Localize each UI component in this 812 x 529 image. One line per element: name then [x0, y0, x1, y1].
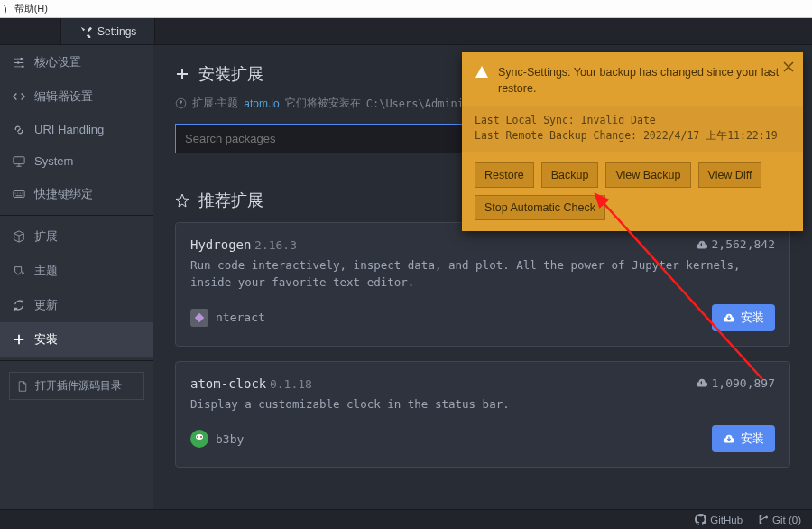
- avatar: [190, 309, 208, 327]
- svg-point-9: [200, 436, 202, 438]
- settings-sidebar: 核心设置 编辑器设置 URI Handling System 快捷键绑定 扩展 …: [0, 45, 153, 509]
- menu-item[interactable]: ): [4, 4, 7, 14]
- tab-bar: Settings: [0, 18, 812, 45]
- link-icon: [13, 124, 25, 136]
- cloud-download-icon: [723, 432, 735, 445]
- sidebar-label: 编辑器设置: [34, 88, 93, 105]
- sidebar-item-core[interactable]: 核心设置: [0, 45, 153, 79]
- install-button[interactable]: 安装: [712, 304, 775, 331]
- sidebar-item-keybindings[interactable]: 快捷键绑定: [0, 177, 153, 211]
- open-config-folder-button[interactable]: 打开插件源码目录: [9, 372, 144, 400]
- question-icon: [175, 97, 187, 109]
- tab-settings[interactable]: Settings: [61, 18, 155, 44]
- sidebar-item-updates[interactable]: 更新: [0, 288, 153, 322]
- notification-sync-settings: Sync-Settings: Your backup has changed s…: [462, 52, 803, 231]
- svg-point-1: [17, 61, 20, 64]
- github-status[interactable]: GitHub: [695, 514, 743, 525]
- svg-marker-6: [195, 312, 205, 322]
- sidebar-label: 安装: [34, 331, 58, 348]
- svg-rect-3: [14, 156, 24, 163]
- sliders-icon: [13, 56, 25, 69]
- install-button[interactable]: 安装: [712, 425, 775, 452]
- notification-meta: Last Local Sync: Invalid Date Last Remot…: [462, 106, 803, 152]
- section-title: 推荐扩展: [198, 190, 263, 211]
- code-icon: [13, 90, 25, 103]
- git-branch-icon: [757, 514, 769, 525]
- menu-bar: ) 帮助(H): [0, 0, 812, 18]
- package-version: 0.1.18: [270, 377, 312, 391]
- package-icon: [13, 230, 25, 243]
- divider: [0, 215, 153, 216]
- sidebar-label: 快捷键绑定: [34, 186, 93, 202]
- tools-icon: [79, 25, 92, 38]
- restore-button[interactable]: Restore: [475, 162, 534, 188]
- cloud-download-icon: [723, 311, 735, 324]
- package-description: Display a customizable clock in the stat…: [190, 396, 775, 413]
- package-name[interactable]: Hydrogen: [190, 237, 251, 252]
- divider: [0, 360, 153, 361]
- tab-spacer: [0, 18, 61, 44]
- package-author[interactable]: nteract: [190, 309, 265, 327]
- warning-icon: [475, 65, 489, 97]
- sidebar-label: System: [34, 154, 73, 168]
- package-description: Run code interactively, inspect data, an…: [190, 257, 775, 292]
- sidebar-item-install[interactable]: 安装: [0, 322, 153, 357]
- sidebar-item-themes[interactable]: 主题: [0, 254, 153, 288]
- keyboard-icon: [13, 188, 25, 200]
- sidebar-item-uri[interactable]: URI Handling: [0, 114, 153, 145]
- github-icon: [695, 514, 706, 525]
- view-backup-button[interactable]: View Backup: [605, 162, 690, 188]
- button-label: 打开插件源码目录: [35, 378, 122, 394]
- plus-icon: [175, 67, 189, 81]
- sidebar-label: URI Handling: [34, 123, 104, 136]
- git-status[interactable]: Git (0): [757, 514, 801, 525]
- package-author[interactable]: b3by: [190, 430, 244, 448]
- stop-auto-check-button[interactable]: Stop Automatic Check: [475, 195, 605, 220]
- sidebar-label: 核心设置: [34, 54, 81, 70]
- sidebar-label: 扩展: [34, 228, 58, 245]
- package-card: 1,090,897 atom-clock 0.1.18 Display a cu…: [175, 361, 790, 469]
- atom-io-link[interactable]: atom.io: [244, 97, 279, 110]
- sidebar-label: 更新: [34, 297, 58, 313]
- sidebar-item-packages[interactable]: 扩展: [0, 219, 153, 254]
- package-name[interactable]: atom-clock: [190, 376, 266, 391]
- desktop-icon: [13, 155, 25, 168]
- svg-rect-4: [14, 191, 24, 198]
- file-icon: [17, 381, 30, 392]
- sidebar-item-system[interactable]: System: [0, 145, 153, 177]
- svg-point-0: [20, 58, 23, 60]
- backup-button[interactable]: Backup: [541, 162, 599, 188]
- notification-message: Sync-Settings: Your backup has changed s…: [498, 65, 790, 97]
- status-bar: GitHub Git (0): [0, 509, 812, 529]
- paintcan-icon: [13, 264, 25, 277]
- close-icon[interactable]: [783, 61, 794, 72]
- cloud-download-icon: [696, 238, 708, 251]
- view-diff-button[interactable]: View Diff: [698, 162, 762, 188]
- svg-point-8: [197, 436, 198, 438]
- download-count: 2,562,842: [696, 237, 775, 251]
- star-icon: [175, 193, 189, 208]
- tab-label: Settings: [97, 25, 136, 38]
- package-version: 2.16.3: [254, 238, 297, 252]
- sidebar-item-editor[interactable]: 编辑器设置: [0, 79, 153, 114]
- section-title: 安装扩展: [198, 63, 263, 85]
- sidebar-label: 主题: [34, 263, 58, 279]
- download-count: 1,090,897: [696, 376, 775, 390]
- sync-icon: [13, 299, 25, 311]
- avatar: [190, 430, 208, 448]
- package-card: 2,562,842 Hydrogen 2.16.3 Run code inter…: [175, 222, 790, 347]
- cloud-download-icon: [696, 376, 708, 389]
- svg-point-2: [22, 66, 24, 69]
- menu-item-help[interactable]: 帮助(H): [14, 2, 48, 15]
- plus-icon: [13, 333, 25, 346]
